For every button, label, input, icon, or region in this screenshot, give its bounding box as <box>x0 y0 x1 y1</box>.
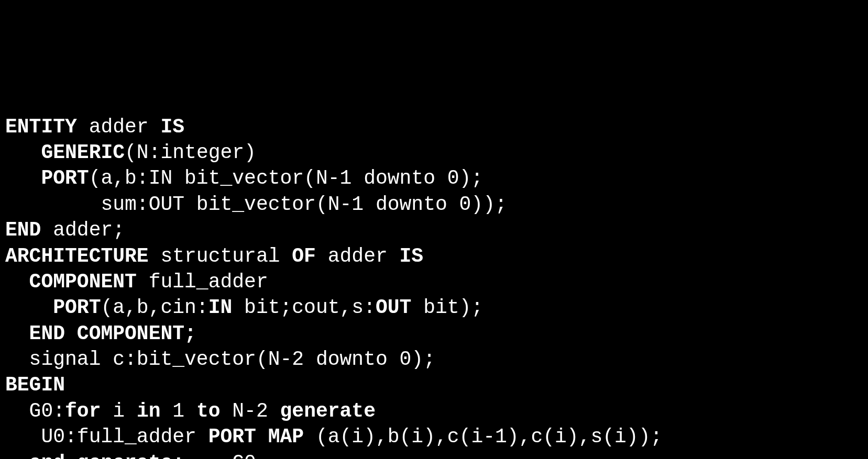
text-token: adder <box>77 116 161 138</box>
text-token: sum:OUT bit_vector(N-1 downto 0)); <box>101 193 507 216</box>
text-token: 1 <box>160 400 196 422</box>
keyword-token: ARCHITECTURE <box>5 245 149 267</box>
code-line: ENTITY adder IS <box>5 114 863 140</box>
text-token: bit); <box>411 296 483 319</box>
keyword-token: PORT <box>53 296 101 319</box>
text-token: signal c:bit_vector(N-2 downto 0); <box>29 348 435 371</box>
keyword-token: PORT MAP <box>208 426 304 448</box>
code-line: GENERIC(N:integer) <box>5 140 863 165</box>
keyword-token: to <box>196 400 221 422</box>
code-line: BEGIN <box>5 372 863 398</box>
keyword-token: GENERIC <box>41 141 125 164</box>
keyword-token: IS <box>400 245 424 267</box>
code-line: G0:for i in 1 to N-2 generate <box>5 398 863 424</box>
code-line: PORT(a,b:IN bit_vector(N-1 downto 0); <box>5 165 863 191</box>
code-line: ARCHITECTURE structural OF adder IS <box>5 243 863 269</box>
keyword-token: IN <box>208 296 233 319</box>
keyword-token: COMPONENT <box>29 271 137 293</box>
keyword-token: IS <box>160 116 184 138</box>
text-token: bit;cout,s: <box>232 296 376 319</box>
text-token: i <box>101 400 136 422</box>
text-token: -- G0 <box>184 452 256 459</box>
keyword-token: OF <box>292 245 316 267</box>
keyword-token: OUT <box>376 296 411 319</box>
text-token: N-2 <box>221 400 280 422</box>
text-token: full_adder <box>137 271 268 293</box>
text-token: (a(i),b(i),c(i-1),c(i),s(i)); <box>304 426 662 448</box>
keyword-token: PORT <box>41 167 89 189</box>
keyword-token: END <box>5 219 41 241</box>
text-token: adder <box>316 245 400 267</box>
code-block: ENTITY adder IS GENERIC(N:integer) PORT(… <box>0 104 868 459</box>
text-token: U0:full_adder <box>41 426 208 448</box>
text-token: adder; <box>41 219 125 241</box>
code-line: sum:OUT bit_vector(N-1 downto 0)); <box>5 192 863 217</box>
code-line: U0:full_adder PORT MAP (a(i),b(i),c(i-1)… <box>5 424 863 450</box>
keyword-token: in <box>137 400 161 422</box>
keyword-token: generate <box>280 400 376 422</box>
keyword-token: END COMPONENT; <box>29 322 196 345</box>
keyword-token: ENTITY <box>5 116 77 138</box>
code-line: END adder; <box>5 217 863 243</box>
code-line: END COMPONENT; <box>5 321 863 346</box>
text-token: structural <box>149 245 292 267</box>
text-token: (a,b:IN bit_vector(N-1 downto 0); <box>89 167 484 189</box>
code-line: PORT(a,b,cin:IN bit;cout,s:OUT bit); <box>5 295 863 320</box>
keyword-token: for <box>65 400 101 422</box>
keyword-token: end generate; <box>29 452 184 459</box>
text-token: (a,b,cin: <box>101 296 208 319</box>
code-line: signal c:bit_vector(N-2 downto 0); <box>5 346 863 372</box>
code-line: COMPONENT full_adder <box>5 269 863 295</box>
text-token: (N:integer) <box>125 141 256 164</box>
keyword-token: BEGIN <box>5 374 65 396</box>
code-line: end generate; -- G0 <box>5 450 863 459</box>
text-token: G0: <box>29 400 65 422</box>
